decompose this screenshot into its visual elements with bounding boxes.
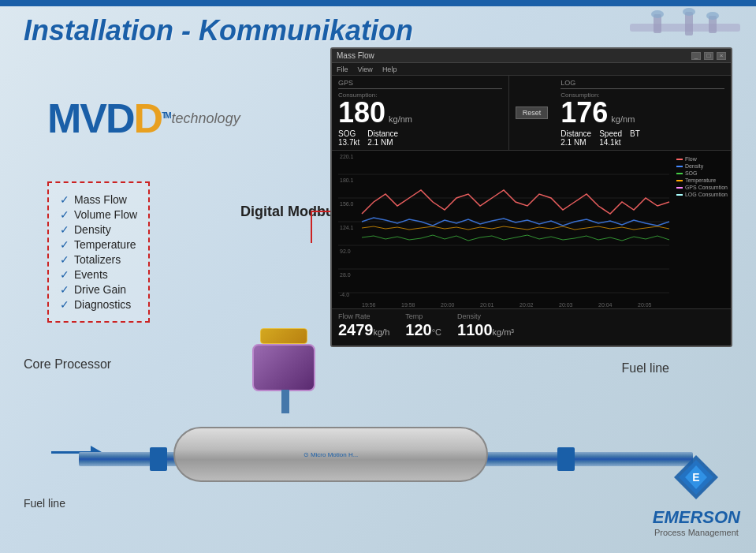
legend-sog-color <box>676 173 683 174</box>
check-icon: ✓ <box>60 208 69 221</box>
svg-text:180.1: 180.1 <box>340 177 354 183</box>
feature-item: ✓Volume Flow <box>60 208 137 221</box>
monitor-titlebar: Mass Flow _ □ × <box>332 49 731 63</box>
monitor-screen: Mass Flow _ □ × File View Help GPS Consu… <box>330 47 732 347</box>
legend-log-consumption: LOG Consumtion <box>676 192 728 197</box>
legend-sog: SOG <box>676 170 728 176</box>
log-unit: kg/nm <box>611 114 635 124</box>
gps-value: 180 <box>338 99 385 127</box>
svg-text:19:58: 19:58 <box>401 302 415 308</box>
page-title: Installation - Kommunikation <box>24 14 413 47</box>
svg-text:20:02: 20:02 <box>520 302 534 308</box>
svg-text:19:56: 19:56 <box>362 302 376 308</box>
svg-text:92.0: 92.0 <box>340 248 351 254</box>
svg-text:124.1: 124.1 <box>340 225 354 230</box>
check-icon: ✓ <box>60 193 69 206</box>
log-panel: LOG Consumption: 176 kg/nm Distance 2.1 … <box>554 76 731 150</box>
logo-area: MVDDTM technology <box>47 95 240 142</box>
svg-point-4 <box>651 10 664 18</box>
mvd-logo: MVDDTM <box>47 95 170 142</box>
logo-technology: technology <box>172 110 240 127</box>
log-distance: Distance 2.1 NM <box>560 129 591 147</box>
svg-text:28.0: 28.0 <box>340 272 351 278</box>
svg-text:20:05: 20:05 <box>638 302 652 308</box>
close-button[interactable]: × <box>717 52 726 60</box>
micro-motion-logo: ⊙ Micro Motion H... <box>304 451 359 458</box>
reset-area: Reset <box>509 76 555 150</box>
density-reading: Density 1100kg/m³ <box>457 312 514 339</box>
legend-density-color <box>676 166 683 167</box>
features-box: ✓Mass Flow✓Volume Flow✓Density✓Temperatu… <box>47 181 150 323</box>
check-icon: ✓ <box>60 298 69 311</box>
legend-gps-color <box>676 187 683 189</box>
feature-item: ✓Drive Gain <box>60 283 137 296</box>
log-row: Distance 2.1 NM Speed 14.1kt BT <box>560 129 724 147</box>
pipe-connector-left <box>150 447 167 471</box>
check-icon: ✓ <box>60 283 69 296</box>
legend-log-color <box>676 194 683 196</box>
data-panels: GPS Consumption: 180 kg/nm SOG 13.7kt Di… <box>332 76 731 151</box>
maximize-button[interactable]: □ <box>704 52 713 60</box>
window-buttons: _ □ × <box>691 52 726 60</box>
check-icon: ✓ <box>60 238 69 251</box>
svg-text:20:04: 20:04 <box>598 302 613 308</box>
legend-density: Density <box>676 163 728 169</box>
feature-item: ✓Density <box>60 223 137 236</box>
core-device-top <box>260 328 307 344</box>
log-value: 176 <box>560 99 608 127</box>
core-device <box>244 328 323 399</box>
emerson-diamond-icon: E <box>672 454 720 501</box>
feature-item: ✓Events <box>60 268 137 281</box>
svg-text:20:00: 20:00 <box>441 302 455 308</box>
fuel-line-right-label: Fuel line <box>622 361 669 376</box>
svg-text:20:01: 20:01 <box>480 302 494 308</box>
feature-item: ✓Temperature <box>60 238 137 251</box>
legend-gps-consumption: GPS Consumtion <box>676 185 728 190</box>
core-processor-label: Core Processor <box>24 357 111 372</box>
sensor-box: ⊙ Micro Motion H... <box>173 427 488 482</box>
gps-sog: SOG 13.7kt <box>338 129 359 147</box>
check-icon: ✓ <box>60 268 69 281</box>
feature-item: ✓Totalizers <box>60 253 137 266</box>
flow-rate-reading: Flow Rate 2479kg/h <box>338 312 389 339</box>
gps-unit: kg/nm <box>389 114 412 124</box>
svg-text:156.0: 156.0 <box>340 201 354 207</box>
log-speed: Speed 14.1kt <box>599 129 622 147</box>
log-title: LOG <box>560 79 724 89</box>
legend-flow-color <box>676 159 683 160</box>
core-pipe-down <box>281 390 289 413</box>
svg-point-6 <box>706 12 719 20</box>
gps-distance: Distance 2.1 NM <box>367 129 398 147</box>
top-bar <box>0 0 756 6</box>
log-bt: BT <box>630 129 640 147</box>
gps-panel: GPS Consumption: 180 kg/nm SOG 13.7kt Di… <box>332 76 509 150</box>
pipe-connector-right <box>557 447 575 471</box>
svg-text:20:03: 20:03 <box>559 302 573 308</box>
reset-button[interactable]: Reset <box>516 106 549 119</box>
emerson-sub: Process Management <box>653 528 740 537</box>
emerson-name: EMERSON <box>653 507 740 528</box>
menu-help[interactable]: Help <box>382 65 397 73</box>
monitor-title: Mass Flow <box>337 51 374 60</box>
gps-title: GPS <box>338 79 502 89</box>
svg-text:E: E <box>693 471 700 484</box>
legend-flow: Flow <box>676 156 728 162</box>
chart-legend: Flow Density SOG Temperature GPS Consumt… <box>676 155 728 199</box>
chart-svg: 220.1 180.1 156.0 124.1 92.0 28.0 -4.0 1… <box>332 151 731 308</box>
gps-row: SOG 13.7kt Distance 2.1 NM <box>338 129 502 147</box>
chart-area: 220.1 180.1 156.0 124.1 92.0 28.0 -4.0 1… <box>332 151 731 308</box>
feature-item: ✓Mass Flow <box>60 193 137 206</box>
feature-item: ✓Diagnostics <box>60 298 137 311</box>
svg-point-5 <box>683 8 695 16</box>
check-icon: ✓ <box>60 223 69 236</box>
svg-text:-4.0: -4.0 <box>340 292 349 297</box>
core-device-body <box>252 344 315 391</box>
check-icon: ✓ <box>60 253 69 266</box>
menu-view[interactable]: View <box>358 65 373 73</box>
monitor-menu: File View Help <box>332 63 731 76</box>
temp-reading: Temp 120°C <box>405 312 441 339</box>
emerson-logo: E EMERSON Process Management <box>653 454 740 537</box>
minimize-button[interactable]: _ <box>691 52 701 60</box>
menu-file[interactable]: File <box>337 65 348 73</box>
legend-temp-color <box>676 180 683 181</box>
